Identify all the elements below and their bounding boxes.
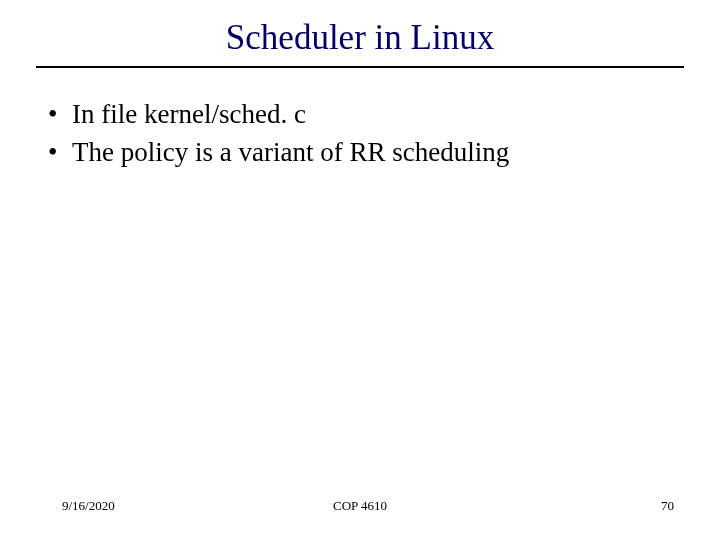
slide-content: In file kernel/sched. c The policy is a … xyxy=(0,68,720,172)
slide-container: Scheduler in Linux In file kernel/sched.… xyxy=(0,0,720,540)
footer-page: 70 xyxy=(661,498,674,514)
slide-footer: 9/16/2020 COP 4610 70 xyxy=(0,498,720,514)
footer-date: 9/16/2020 xyxy=(62,498,115,514)
bullet-list: In file kernel/sched. c The policy is a … xyxy=(44,96,676,172)
slide-title: Scheduler in Linux xyxy=(0,18,720,58)
bullet-item: The policy is a variant of RR scheduling xyxy=(44,134,676,172)
bullet-item: In file kernel/sched. c xyxy=(44,96,676,134)
footer-course: COP 4610 xyxy=(333,498,387,514)
